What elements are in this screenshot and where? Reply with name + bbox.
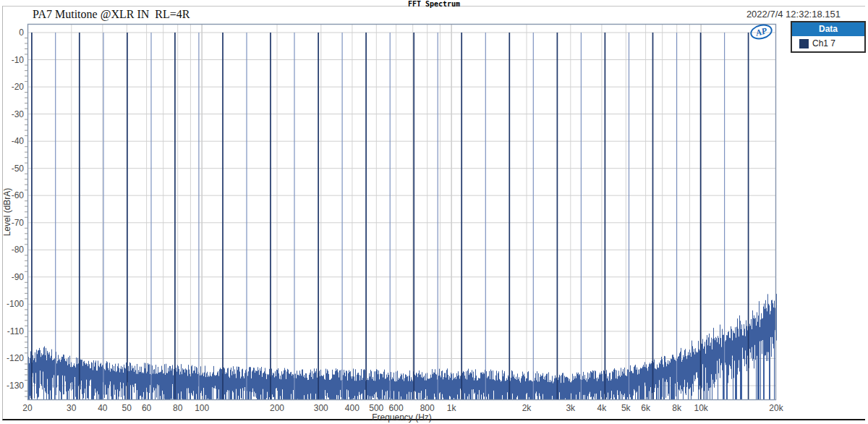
y-tick-label: -110 <box>1 326 24 336</box>
y-tick-label: -90 <box>1 272 24 282</box>
y-axis-title: Level (dBrA) <box>2 188 12 237</box>
y-tick-label: -120 <box>1 353 24 363</box>
x-tick-label: 100 <box>184 403 220 413</box>
y-tick-label: -20 <box>1 82 24 92</box>
x-tick-label: 20k <box>758 403 794 413</box>
ap-logo-text: AP <box>755 26 768 37</box>
x-axis-title: Frequency (Hz) <box>27 412 776 423</box>
fft-spectrum-window: FFT Spectrum PA7 Mutitone @XLR IN RL=4R … <box>0 0 868 424</box>
y-tick-label: -130 <box>1 381 24 391</box>
legend-item-label: Ch1 7 <box>812 38 835 48</box>
legend-box: Data Ch1 7 <box>791 21 866 53</box>
y-tick-label: -50 <box>1 164 24 174</box>
timestamp: 2022/7/4 12:32:18.151 <box>746 9 841 20</box>
y-tick-label: -40 <box>1 136 24 146</box>
x-tick-label: 20 <box>9 403 46 413</box>
spectrum-plot-canvas[interactable] <box>27 24 776 400</box>
graph-title: PA7 Mutitone @XLR IN RL=4R <box>33 8 190 21</box>
y-tick-label: -80 <box>1 245 24 255</box>
legend-items: Ch1 7 <box>792 36 864 51</box>
x-tick-label: 10k <box>683 403 719 413</box>
y-tick-label: -30 <box>1 109 24 119</box>
legend-item[interactable]: Ch1 7 <box>792 36 864 51</box>
legend-swatch-icon <box>799 39 809 48</box>
x-tick-label: 1k <box>433 403 469 413</box>
x-tick-label: 200 <box>259 403 295 413</box>
panel-title: FFT Spectrum <box>0 0 868 8</box>
x-tick-label: 2k <box>509 403 545 413</box>
y-tick-label: -10 <box>1 55 24 65</box>
legend-header: Data <box>792 22 864 36</box>
y-tick-label: -100 <box>1 299 24 309</box>
y-tick-label: 0 <box>1 27 24 38</box>
